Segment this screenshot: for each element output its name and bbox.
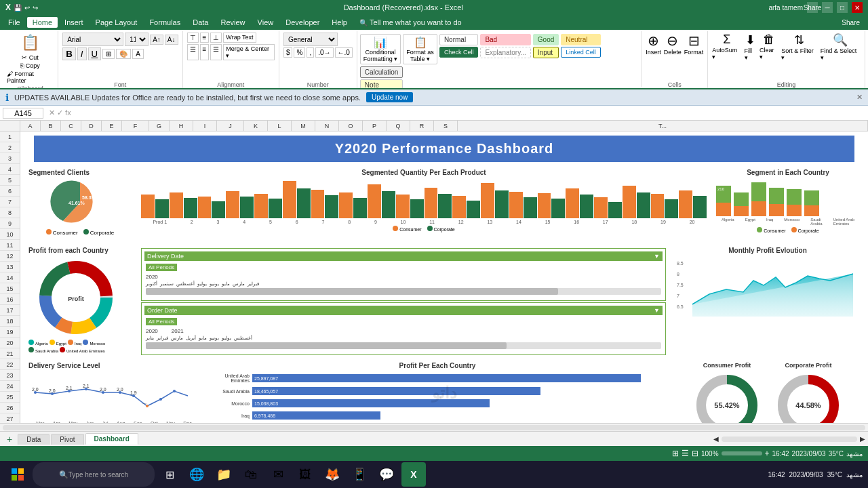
- close-button[interactable]: ✕: [852, 2, 863, 13]
- order-date-slicer[interactable]: Order Date ▼ All Periods 2020 2021 يناير…: [141, 302, 666, 355]
- percent-button[interactable]: %: [294, 47, 305, 58]
- quick-access-save[interactable]: 💾: [14, 4, 22, 12]
- horizontal-scroll[interactable]: [0, 423, 868, 431]
- cell-reference-box[interactable]: [3, 108, 43, 119]
- decrease-decimal-button[interactable]: ←.0: [335, 47, 353, 58]
- style-neutral[interactable]: Neutral: [561, 34, 601, 45]
- whatsapp-icon[interactable]: 💬: [374, 462, 399, 487]
- view-page-break-button[interactable]: ⊟: [692, 449, 698, 458]
- mail-icon[interactable]: ✉: [266, 462, 290, 487]
- delivery-scrollbar[interactable]: [146, 288, 661, 295]
- tab-formulas[interactable]: Formulas: [144, 17, 186, 28]
- windows-button[interactable]: [5, 462, 30, 487]
- style-calculation[interactable]: Calculation: [360, 66, 403, 78]
- file-explorer-icon[interactable]: 📁: [212, 462, 236, 487]
- italic-button[interactable]: I: [77, 47, 87, 60]
- copy-button[interactable]: ⎘ Copy: [20, 62, 40, 69]
- style-normal[interactable]: Normal: [439, 34, 479, 45]
- delivery-date-slicer[interactable]: Delivery Date ▼ All Periods 2020 أكتوبرس…: [141, 248, 666, 301]
- order-all-periods-btn[interactable]: All Periods: [146, 318, 177, 325]
- all-periods-btn[interactable]: All Periods: [146, 264, 177, 271]
- scroll-track[interactable]: [3, 425, 865, 430]
- scroll-right-button[interactable]: ▶: [860, 435, 865, 443]
- tab-help[interactable]: Help: [326, 17, 353, 28]
- wrap-text-button[interactable]: Wrap Text: [223, 33, 256, 43]
- tab-pivot[interactable]: Pivot: [51, 434, 83, 445]
- paste-button[interactable]: 📋: [18, 33, 42, 53]
- add-sheet-button[interactable]: +: [3, 432, 16, 446]
- insert-cells-button[interactable]: ⊕ Insert: [646, 33, 661, 56]
- tab-data[interactable]: Data: [18, 434, 50, 445]
- number-format-select[interactable]: General: [283, 33, 338, 46]
- view-normal-button[interactable]: ⊞: [672, 449, 679, 458]
- align-bottom-button[interactable]: ⊥: [210, 33, 222, 43]
- style-note[interactable]: Note: [360, 79, 403, 88]
- align-right-button[interactable]: ☰: [210, 44, 222, 60]
- tab-dashboard[interactable]: Dashboard: [85, 433, 138, 445]
- delete-cells-button[interactable]: ⊖ Delete: [664, 33, 682, 56]
- task-view-button[interactable]: ⊞: [157, 462, 182, 487]
- cut-button[interactable]: ✂ Cut: [22, 54, 39, 61]
- tab-file[interactable]: File: [3, 17, 26, 28]
- zoom-in-button[interactable]: +: [765, 449, 770, 458]
- scroll-track-area[interactable]: [722, 436, 857, 442]
- font-color-button[interactable]: A: [132, 49, 144, 59]
- maximize-button[interactable]: □: [837, 2, 848, 13]
- conditional-formatting-button[interactable]: 📊 Conditional Formatting ▾: [360, 34, 401, 64]
- photos-icon[interactable]: 🖼: [293, 462, 317, 487]
- font-family-select[interactable]: Arial: [62, 33, 123, 46]
- align-middle-button[interactable]: ≡: [200, 33, 210, 43]
- style-linked-cell[interactable]: Linked Cell: [561, 47, 601, 58]
- comma-button[interactable]: ,: [307, 47, 314, 58]
- share-button[interactable]: Share: [807, 2, 818, 13]
- tab-data[interactable]: Data: [187, 17, 214, 28]
- find-select-button[interactable]: 🔍 Find & Select ▾: [821, 33, 861, 61]
- tab-page-layout[interactable]: Page Layout: [90, 17, 143, 28]
- year-2020-label[interactable]: 2020: [146, 274, 661, 280]
- tab-tell-me[interactable]: 🔍 Tell me what you want to do: [354, 17, 467, 28]
- browser2-icon[interactable]: 🦊: [320, 462, 344, 487]
- info-close-button[interactable]: ✕: [856, 93, 863, 102]
- border-button[interactable]: ⊞: [102, 49, 115, 59]
- bold-button[interactable]: B: [62, 47, 76, 60]
- style-bad[interactable]: Bad: [480, 34, 530, 45]
- quick-access-undo[interactable]: ↩: [24, 4, 30, 12]
- increase-font-button[interactable]: A↑: [150, 35, 163, 45]
- style-input[interactable]: Input: [533, 47, 559, 58]
- style-check-cell[interactable]: Check Cell: [439, 47, 479, 58]
- zoom-slider[interactable]: [722, 451, 762, 455]
- excel-taskbar-icon[interactable]: X: [401, 462, 426, 487]
- tab-home[interactable]: Home: [27, 17, 58, 28]
- currency-button[interactable]: $: [283, 47, 293, 58]
- tab-developer[interactable]: Developer: [280, 17, 325, 28]
- decrease-font-button[interactable]: A↓: [165, 35, 178, 45]
- format-painter-button[interactable]: 🖌 Format Painter: [7, 70, 34, 84]
- tab-insert[interactable]: Insert: [59, 17, 89, 28]
- merge-button[interactable]: Merge & Center ▾: [223, 44, 275, 60]
- quick-access-redo[interactable]: ↪: [33, 4, 38, 12]
- format-cells-button[interactable]: ⊟ Format: [684, 33, 704, 56]
- align-left-button[interactable]: ☰: [187, 44, 199, 60]
- align-center-button[interactable]: ≡: [200, 44, 210, 60]
- order-scrollbar[interactable]: [146, 342, 661, 349]
- autosum-button[interactable]: Σ AutoSum ▾: [712, 33, 741, 61]
- slicer-filter-icon[interactable]: ▼: [654, 253, 660, 260]
- edge-browser-icon[interactable]: 🌐: [184, 462, 209, 487]
- underline-button[interactable]: U: [88, 47, 102, 60]
- align-top-button[interactable]: ⊤: [187, 33, 199, 43]
- update-now-button[interactable]: Update now: [366, 92, 413, 102]
- store-icon[interactable]: 🛍: [239, 462, 263, 487]
- order-year-2021[interactable]: 2021: [172, 328, 184, 334]
- view-layout-button[interactable]: ☰: [682, 449, 689, 458]
- share-link-button[interactable]: Share: [836, 19, 865, 26]
- search-bar[interactable]: 🔍 Type here to search: [33, 462, 155, 487]
- sort-filter-button[interactable]: ⇅ Sort & Filter ▾: [781, 33, 817, 61]
- style-explanatory[interactable]: Explanatory...: [480, 47, 530, 58]
- style-good[interactable]: Good: [533, 34, 559, 45]
- order-slicer-filter-icon[interactable]: ▼: [654, 307, 660, 314]
- scroll-left-button[interactable]: ◀: [713, 435, 719, 443]
- fill-color-button[interactable]: 🎨: [116, 49, 131, 59]
- app-icon-1[interactable]: 📱: [347, 462, 372, 487]
- fill-button[interactable]: ⬇ Fill ▾: [745, 33, 757, 61]
- font-size-select[interactable]: 11: [125, 33, 149, 46]
